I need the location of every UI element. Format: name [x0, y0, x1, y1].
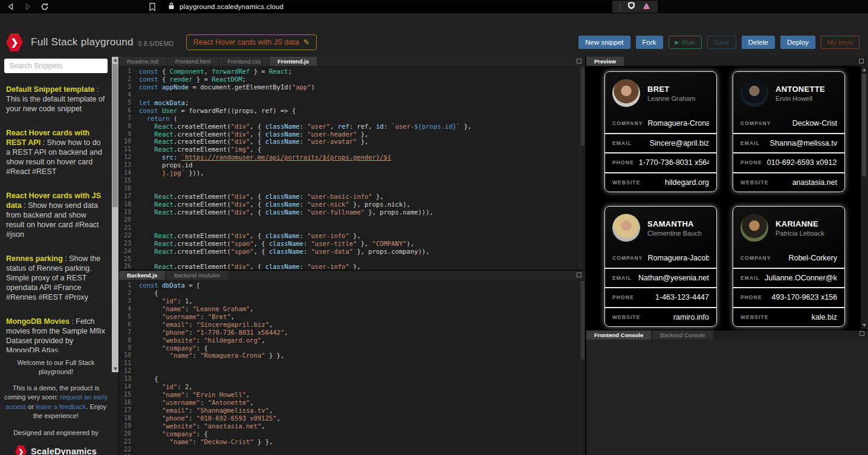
console-output[interactable]: [586, 340, 867, 455]
preview-scrollbar[interactable]: [861, 66, 867, 329]
code-line: 10 "name": "Romaguera-Crona" } },: [119, 352, 585, 360]
line-number: 11: [119, 360, 139, 367]
tab-frontend-js[interactable]: Frontend.js: [270, 57, 317, 66]
extensions-area: |: [612, 1, 658, 13]
maximize-icon[interactable]: [577, 273, 581, 277]
run-button[interactable]: ▶Run: [669, 36, 702, 49]
code-line: 2const { render } = ReactDOM;: [119, 76, 585, 83]
new-snippet-button[interactable]: New snippet: [578, 36, 630, 49]
feedback-link[interactable]: leave a feedback: [36, 403, 86, 410]
user-fullname: Ervin Howell: [776, 95, 825, 102]
code-text: React.createElement("span", { className:…: [139, 248, 430, 256]
tab-frontend-console[interactable]: Frontend Console: [586, 331, 651, 340]
user-card[interactable]: KARIANNEPatricia LebsackCOMPANYRobel-Cor…: [733, 206, 845, 327]
line-number: 1: [119, 282, 139, 289]
scrollbar-thumb[interactable]: [112, 64, 118, 207]
line-number: 10: [119, 352, 139, 360]
code-line: 22: [119, 446, 585, 454]
code-line: 1const dbData = [: [119, 282, 585, 289]
code-line: 24 React.createElement("span", { classNa…: [119, 248, 585, 256]
line-number: 12: [119, 153, 139, 161]
tab-preview[interactable]: Preview: [586, 57, 624, 66]
row-label: COMPANY: [612, 255, 643, 261]
row-label: EMAIL: [740, 275, 760, 281]
snippet-description: This is the default template of your new…: [6, 95, 105, 113]
row-value: ramiro.info: [669, 313, 709, 321]
scroll-down-icon[interactable]: [863, 324, 866, 327]
user-card[interactable]: ANTONETTEErvin HowellCOMPANYDeckow-Crist…: [733, 71, 845, 192]
row-value: 493-170-9623 x156: [767, 293, 837, 302]
url-bar[interactable]: playground.scaledynamics.cloud: [162, 1, 612, 13]
snippet-separator: :: [70, 317, 76, 326]
tab-backend-console[interactable]: Backend Console: [652, 331, 713, 340]
delete-button[interactable]: Delete: [742, 36, 775, 49]
line-number: 17: [119, 193, 139, 201]
code-text: const { Component, forwardRef } = React;: [139, 68, 292, 76]
code-line: 17 React.createElement("div", { classNam…: [119, 193, 585, 201]
row-value: Deckow-Crist: [788, 119, 837, 127]
url-text: playground.scaledynamics.cloud: [180, 3, 283, 10]
user-card[interactable]: SAMANTHAClementine BauchCOMPANYRomaguera…: [604, 206, 717, 327]
backend-code-area[interactable]: 1const dbData = [2 {3 "id": 1,4 "name": …: [119, 280, 585, 455]
code-text: "website": "hildegard.org",: [139, 337, 265, 344]
backend-editor: Backend.jsBackend modules 1const dbData …: [119, 269, 585, 455]
maximize-icon[interactable]: [859, 59, 864, 63]
user-card-row-email: EMAILSincere@april.biz: [605, 133, 716, 153]
code-text: "email": "Shanna@melissa.tv",: [139, 407, 273, 415]
search-input[interactable]: [4, 59, 108, 73]
list-item[interactable]: React Hover cards with REST API : Show h…: [0, 121, 112, 184]
code-line: 15: [119, 177, 585, 185]
app-body: Default Snippet template : This is the d…: [0, 57, 868, 455]
list-item[interactable]: Default Snippet template : This is the d…: [0, 78, 112, 121]
user-card[interactable]: BRETLeanne GrahamCOMPANYRomaguera-CronaE…: [604, 71, 717, 192]
row-label: PHONE: [740, 160, 762, 166]
code-line: 9 React.createElement("div", { className…: [119, 131, 585, 138]
line-number: 26: [119, 263, 139, 269]
scroll-up-icon[interactable]: [863, 68, 866, 71]
console-tab-bar: Frontend ConsoleBackend Console: [586, 331, 867, 340]
list-item[interactable]: MongoDB Movies : Fetch movies from the S…: [0, 310, 112, 352]
line-number: 9: [119, 344, 139, 352]
line-number: 8: [119, 337, 139, 344]
deploy-button[interactable]: Deploy: [780, 36, 815, 49]
user-names: ANTONETTEErvin Howell: [776, 85, 825, 102]
line-number: 13: [119, 375, 139, 383]
scroll-up-icon[interactable]: [114, 59, 117, 62]
tab-frontend-html[interactable]: Frontend.html: [167, 57, 219, 66]
editor-scrollbar[interactable]: [580, 66, 585, 269]
scrollbar-thumb[interactable]: [581, 67, 585, 146]
bookmark-icon[interactable]: [147, 2, 157, 11]
bat-extension-icon[interactable]: [642, 1, 651, 12]
my-keys-button[interactable]: My keys: [821, 36, 860, 49]
line-number: 18: [119, 415, 139, 422]
list-item[interactable]: React Hover cards with JS data : Show ho…: [0, 184, 112, 247]
user-nick: SAMANTHA: [647, 219, 702, 228]
row-label: WEBSITE: [740, 314, 768, 320]
scroll-down-icon[interactable]: [114, 367, 117, 370]
tab-backend-modules[interactable]: Backend modules: [166, 271, 228, 280]
forward-icon[interactable]: [23, 2, 33, 11]
scrollbar-thumb[interactable]: [862, 74, 866, 176]
code-line: 21 "name": "Deckow-Crist" } },: [119, 438, 585, 446]
snippet-title-button[interactable]: React Hover cards with JS data ✎: [186, 34, 317, 50]
frontend-code-area[interactable]: 1const { Component, forwardRef } = React…: [119, 66, 585, 269]
code-text: const appNode = document.getElementById(…: [139, 83, 315, 91]
back-icon[interactable]: [6, 2, 16, 11]
sidebar-scrollbar[interactable]: [112, 57, 118, 372]
maximize-icon[interactable]: [577, 59, 581, 63]
editor-scrollbar[interactable]: [580, 280, 585, 455]
maximize-icon[interactable]: [860, 331, 864, 336]
tab-backend-js[interactable]: Backend.js: [119, 271, 165, 280]
code-text: const dbData = [: [139, 282, 200, 289]
list-item[interactable]: Rennes parking : Show the status of Renn…: [0, 247, 112, 310]
user-fullname: Patricia Lebsack: [776, 230, 824, 237]
tab-frontend-css[interactable]: Frontend.css: [219, 57, 268, 66]
preview-tab-bar: Preview: [586, 57, 867, 66]
tab-readme-md[interactable]: Readme.md: [119, 57, 166, 66]
refresh-icon[interactable]: [40, 2, 50, 11]
row-label: WEBSITE: [612, 179, 640, 186]
save-button[interactable]: Save: [707, 36, 736, 49]
shield-icon[interactable]: [627, 1, 635, 12]
fork-button[interactable]: Fork: [636, 36, 663, 49]
scrollbar-thumb[interactable]: [581, 281, 585, 360]
